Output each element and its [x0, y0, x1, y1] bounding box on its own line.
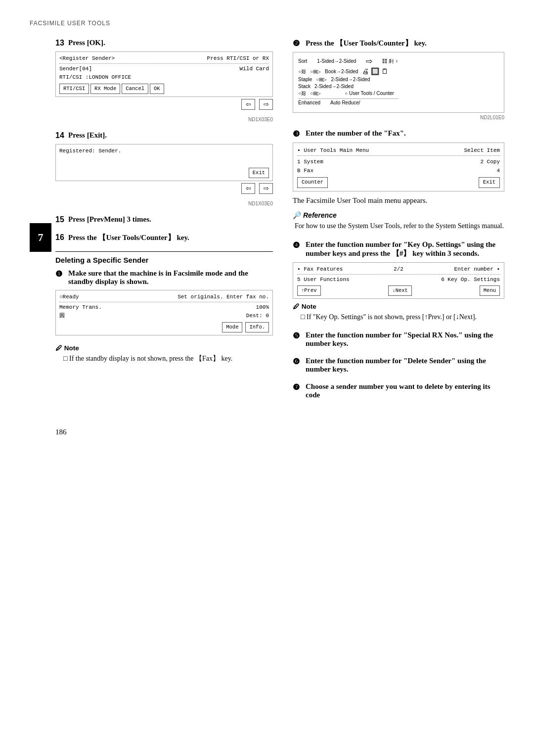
right-arrow-btn-14[interactable]: ⇨	[259, 183, 273, 194]
step-r4-number: ❹	[293, 240, 303, 250]
step-14-block: 14 Press [Exit]. Registered: Sender. Exi…	[55, 131, 273, 206]
step-r5-block: ❺ Enter the function number for "Special…	[293, 331, 504, 348]
step-13-heading: 13 Press [OK].	[55, 39, 273, 47]
info-btn[interactable]: Info.	[245, 322, 269, 332]
note-del-1-line1: If the standby display is not shown, pre…	[63, 353, 273, 364]
step-r7-block: ❼ Choose a sender number you want to del…	[293, 382, 504, 399]
screen-r3-row1-right: 2 Copy	[480, 157, 500, 167]
ok-btn[interactable]: OK	[150, 84, 164, 94]
mode-btn[interactable]: Mode	[222, 322, 242, 332]
step-15-label: Press [PrevMenu] 3 times.	[68, 215, 151, 224]
prev-btn[interactable]: ↑Prev	[297, 285, 321, 296]
screen-13-line2-right: Wild Card	[240, 65, 269, 74]
reference-label: Reference	[303, 211, 337, 219]
screen-del1-line3-left: 囻	[59, 312, 65, 321]
step-r7-text: Choose a sender number you want to delet…	[306, 382, 504, 399]
next-btn[interactable]: ↓Next	[388, 285, 412, 296]
step-r3-number: ❸	[293, 129, 303, 139]
left-arrow-btn-14[interactable]: ⇦	[241, 183, 255, 194]
step-14-number: 14	[55, 131, 65, 140]
screen-13-line1-right: Press RTI/CSI or RX	[207, 54, 269, 63]
screen-13-line3: RTI/CSI :LONDON OFFICE	[59, 73, 269, 82]
step-r4-heading: ❹ Enter the function number for "Key Op.…	[293, 240, 504, 258]
step-16-heading: 16 Press the 【User Tools/Counter】 key.	[55, 233, 273, 242]
step-14-screen: Registered: Sender. Exit	[55, 144, 273, 181]
fax-screen-row1-right: 6 Key Op. Settings	[441, 276, 500, 284]
step-13-screen: <Register Sender> Press RTI/CSI or RX Se…	[55, 51, 273, 97]
step-15-block: 15 Press [PrevMenu] 3 times.	[55, 215, 273, 224]
screen-del1-dest: Dest: 0	[246, 312, 269, 321]
note-r4: 🖊 Note If "Key Op. Settings" is not show…	[293, 303, 504, 322]
screen-r3-header-right: Select Item	[464, 146, 500, 155]
step-r2-block: ❷ Press the 【User Tools/Counter】 key. So…	[293, 39, 504, 120]
screen-del1-line2-left: Memory Trans.	[59, 303, 102, 312]
step-13-number: 13	[55, 39, 65, 47]
fax-screen-row1-left: 5 User Functions	[297, 276, 350, 284]
note-r4-line: If "Key Op. Settings" is not shown, pres…	[301, 312, 504, 322]
nd-label-r2: ND2L01E0	[293, 115, 504, 120]
step-r6-number: ❻	[293, 357, 303, 366]
step-r3-desc: The Facsimile User Tool main menu appear…	[293, 194, 504, 206]
left-arrow-btn[interactable]: ⇦	[241, 99, 255, 110]
chapter-tab: 7	[30, 223, 51, 252]
note-del-1-content: If the standby display is not shown, pre…	[55, 353, 273, 364]
rti-csi-btn[interactable]: RTI/CSI	[59, 84, 89, 94]
step-r2-label: Press the 【User Tools/Counter】 key.	[306, 39, 427, 48]
step-16-label: Press the 【User Tools/Counter】 key.	[68, 233, 189, 242]
menu-btn[interactable]: Menu	[480, 285, 500, 296]
screen-del1-buttons: Mode Info.	[59, 322, 269, 332]
step-r6-block: ❻ Enter the function number for "Delete …	[293, 357, 504, 374]
reference-icon: 🔎	[293, 211, 301, 219]
screen-14-buttons: Exit	[59, 168, 269, 178]
note-r4-content: If "Key Op. Settings" is not shown, pres…	[293, 312, 504, 322]
step-15-number: 15	[55, 215, 65, 224]
screen-13-line1-left: <Register Sender>	[59, 54, 115, 63]
exit-btn[interactable]: Exit	[249, 168, 269, 178]
step-r2-machine-screen: Sort 1-Sided→2-Sided ⇨ ☷ 刹 ♀ ○⛓ ○⊞▷ Book…	[293, 52, 504, 113]
step-13-label: Press [OK].	[68, 39, 105, 47]
step-13-arrows: ⇦ ⇨	[55, 99, 273, 110]
note-r4-title: 🖊 Note	[293, 303, 504, 310]
left-column: 13 Press [OK]. <Register Sender> Press R…	[55, 39, 273, 408]
step-14-label: Press [Exit].	[68, 131, 107, 140]
step-r7-heading: ❼ Choose a sender number you want to del…	[293, 382, 504, 399]
step-14-heading: 14 Press [Exit].	[55, 131, 273, 140]
screen-del1-line1-left: ○Ready	[59, 293, 79, 302]
step-r4-screen: ▪ Fax Features 2/2 Enter number ▪ 5 User…	[293, 262, 504, 299]
screen-r3-row2-right: 4	[496, 166, 500, 176]
screen-del1-line2-right: 100%	[256, 303, 269, 312]
fax-screen-header-center: 2/2	[394, 265, 403, 274]
note-del-1-title: 🖊 Note	[55, 344, 273, 352]
screen-14-line1: Registered: Sender.	[59, 147, 269, 156]
cancel-btn[interactable]: Cancel	[122, 84, 148, 94]
step-r2-heading: ❷ Press the 【User Tools/Counter】 key.	[293, 39, 504, 48]
header-label: FACSIMILE USER TOOLS	[30, 20, 504, 27]
step-r5-text: Enter the function number for "Special R…	[306, 331, 504, 348]
step-del-1-screen: ○Ready Set originals. Enter fax no. Memo…	[55, 290, 273, 335]
nd-label-14: ND1X03E0	[55, 201, 273, 206]
step-16-block: 16 Press the 【User Tools/Counter】 key.	[55, 233, 273, 242]
step-r3-heading: ❸ Enter the number of the "Fax".	[293, 129, 504, 139]
rx-mode-btn[interactable]: RX Mode	[90, 84, 120, 94]
step-r3-screen: ▪ User Tools Main Menu Select Item 1 Sys…	[293, 142, 504, 191]
step-r7-number: ❼	[293, 382, 303, 392]
step-r3-block: ❸ Enter the number of the "Fax". ▪ User …	[293, 129, 504, 232]
step-14-arrows: ⇦ ⇨	[55, 183, 273, 194]
step-del-1-block: ❶ Make sure that the machine is in Facsi…	[55, 269, 273, 335]
step-r5-number: ❺	[293, 331, 303, 340]
step-15-heading: 15 Press [PrevMenu] 3 times.	[55, 215, 273, 224]
section-divider	[55, 251, 273, 252]
nd-label-13: ND1X03E0	[55, 117, 273, 122]
screen-r3-row1-left: 1 System	[297, 157, 323, 167]
step-r6-heading: ❻ Enter the function number for "Delete …	[293, 357, 504, 374]
step-r5-heading: ❺ Enter the function number for "Special…	[293, 331, 504, 348]
screen-del1-line1-right: Set originals. Enter fax no.	[178, 293, 269, 302]
counter-btn[interactable]: Counter	[297, 177, 328, 188]
right-arrow-btn[interactable]: ⇨	[259, 99, 273, 110]
right-column: ❷ Press the 【User Tools/Counter】 key. So…	[293, 39, 504, 408]
reference-section: 🔎 Reference For how to use the System Us…	[293, 211, 504, 232]
reference-text: For how to use the System User Tools, re…	[293, 221, 504, 232]
exit-btn-r3[interactable]: Exit	[479, 177, 500, 188]
step-r4-text: Enter the function number for "Key Op. S…	[306, 240, 504, 258]
screen-13-buttons: RTI/CSI RX Mode Cancel OK	[59, 84, 269, 94]
